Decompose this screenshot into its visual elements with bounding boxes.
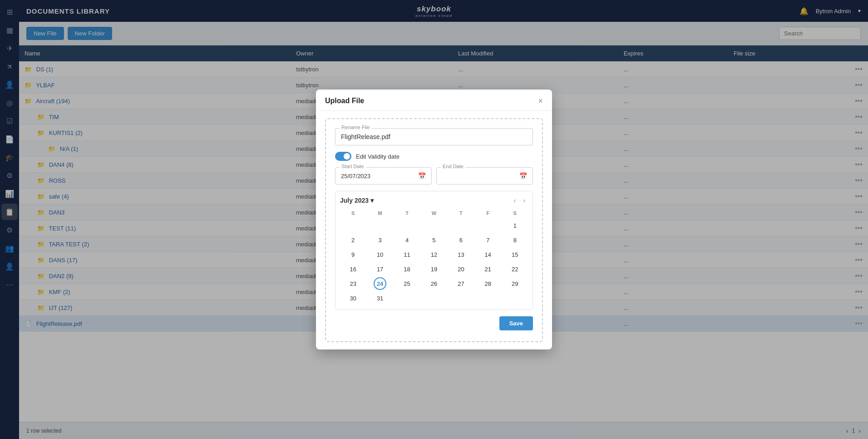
calendar-day[interactable]: 3	[374, 234, 386, 246]
calendar-day[interactable]: 30	[347, 292, 360, 304]
calendar-day-header: T	[394, 209, 420, 218]
calendar-day[interactable]: 25	[401, 277, 414, 290]
calendar-day[interactable]: 7	[482, 234, 494, 246]
calendar-day-header: W	[421, 209, 447, 218]
modal-footer: Save	[335, 316, 533, 332]
start-date-value: 25/07/2023	[341, 173, 370, 180]
calendar-day	[428, 292, 440, 304]
end-date-input[interactable]: 📅	[436, 167, 533, 185]
calendar-day-header: S	[340, 209, 366, 218]
end-date-label: End Date	[441, 164, 465, 169]
edit-validity-toggle-row: Edit Validity date	[335, 152, 533, 161]
calendar-day[interactable]: 4	[401, 234, 414, 246]
calendar-month-chevron-icon: ▾	[370, 197, 374, 204]
modal-title: Upload File	[325, 97, 364, 105]
calendar-day	[401, 219, 414, 232]
calendar-day[interactable]: 8	[508, 234, 521, 246]
start-date-label: Start Date	[340, 164, 366, 169]
start-date-input[interactable]: 25/07/2023 📅	[335, 167, 432, 185]
calendar-day	[454, 219, 467, 232]
calendar-month-text: July 2023	[340, 197, 369, 204]
calendar-day	[482, 292, 494, 304]
calendar-day-header: T	[448, 209, 474, 218]
calendar-day[interactable]: 11	[401, 248, 414, 261]
end-date-calendar-icon: 📅	[519, 172, 527, 180]
calendar-day[interactable]: 6	[454, 234, 467, 246]
rename-file-label: Rename File	[340, 125, 371, 130]
calendar-prev-button[interactable]: ‹	[511, 196, 519, 205]
calendar-day	[508, 292, 521, 304]
save-button[interactable]: Save	[499, 316, 533, 330]
end-date-field: End Date 📅	[436, 167, 533, 185]
date-row: Start Date 25/07/2023 📅 End Date 📅	[335, 167, 533, 185]
calendar-day[interactable]: 23	[347, 277, 360, 290]
calendar-next-button[interactable]: ›	[520, 196, 528, 205]
modal-body: Rename File Edit Validity date Start Dat…	[316, 111, 552, 349]
calendar-day	[347, 219, 360, 232]
calendar-day[interactable]: 13	[454, 248, 467, 261]
calendar-day[interactable]: 19	[428, 263, 440, 275]
calendar-day[interactable]: 27	[454, 277, 467, 290]
calendar-header: July 2023 ▾ ‹ ›	[340, 196, 528, 205]
calendar-nav: ‹ ›	[511, 196, 528, 205]
calendar-day[interactable]: 5	[428, 234, 440, 246]
calendar-month-label[interactable]: July 2023 ▾	[340, 197, 374, 204]
calendar-day[interactable]: 14	[482, 248, 494, 261]
calendar-day[interactable]: 24	[374, 277, 386, 290]
calendar-day[interactable]: 1	[508, 219, 521, 232]
calendar-day[interactable]: 9	[347, 248, 360, 261]
modal-close-button[interactable]: ×	[538, 97, 543, 105]
calendar-grid: SMTWTFS123456789101112131415161718192021…	[340, 209, 528, 305]
calendar-day	[482, 219, 494, 232]
rename-file-field-group: Rename File	[335, 128, 533, 145]
modal-overlay: Upload File × Rename File Edit Validity …	[0, 0, 868, 439]
edit-validity-label: Edit Validity date	[356, 153, 399, 160]
calendar-day-header: F	[475, 209, 501, 218]
calendar-day	[454, 292, 467, 304]
calendar-day[interactable]: 18	[401, 263, 414, 275]
calendar-day[interactable]: 17	[374, 263, 386, 275]
calendar-day[interactable]: 22	[508, 263, 521, 275]
upload-file-modal: Upload File × Rename File Edit Validity …	[316, 90, 552, 349]
calendar-day	[428, 219, 440, 232]
calendar-day[interactable]: 29	[508, 277, 521, 290]
edit-validity-toggle[interactable]	[335, 152, 351, 161]
rename-file-input[interactable]	[335, 128, 533, 145]
calendar-day[interactable]: 20	[454, 263, 467, 275]
calendar-day-header: S	[502, 209, 528, 218]
calendar: July 2023 ▾ ‹ › SMTWTFS12345678910111213…	[335, 191, 533, 310]
modal-header: Upload File ×	[316, 90, 552, 111]
calendar-day-header: M	[367, 209, 393, 218]
calendar-day[interactable]: 2	[347, 234, 360, 246]
start-date-field: Start Date 25/07/2023 📅	[335, 167, 432, 185]
calendar-day[interactable]: 16	[347, 263, 360, 275]
calendar-day[interactable]: 10	[374, 248, 386, 261]
calendar-day	[374, 219, 386, 232]
calendar-day[interactable]: 21	[482, 263, 494, 275]
calendar-day[interactable]: 31	[374, 292, 386, 304]
start-date-calendar-icon: 📅	[418, 172, 426, 180]
upload-drop-area[interactable]: Rename File Edit Validity date Start Dat…	[325, 118, 543, 342]
toggle-slider	[335, 152, 351, 161]
calendar-day[interactable]: 15	[508, 248, 521, 261]
calendar-day[interactable]: 12	[428, 248, 440, 261]
calendar-day	[401, 292, 414, 304]
calendar-day[interactable]: 28	[482, 277, 494, 290]
calendar-day[interactable]: 26	[428, 277, 440, 290]
